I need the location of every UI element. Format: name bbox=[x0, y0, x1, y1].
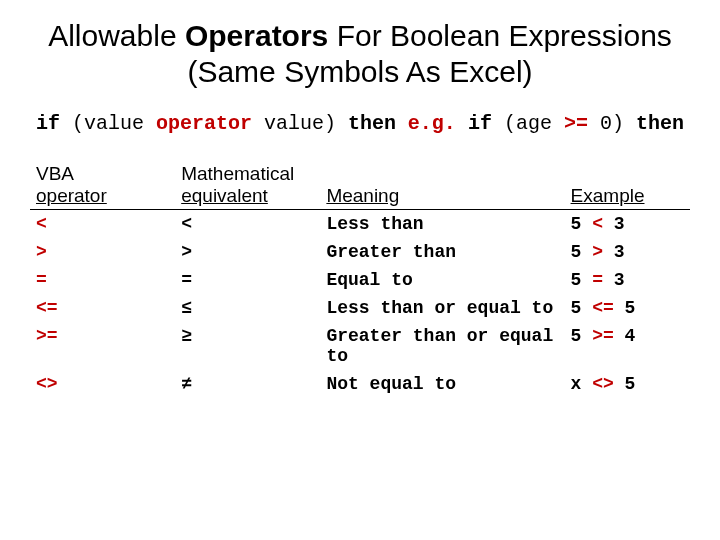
ex-r: 4 bbox=[614, 326, 636, 346]
hdr-meaning-top bbox=[320, 163, 564, 185]
table-row: >= ≥ Greater than or equal to 5 >= 4 bbox=[30, 322, 690, 370]
cell-example: x <> 5 bbox=[565, 370, 690, 398]
eg-rhs: 0) bbox=[588, 112, 624, 135]
cell-meaning: Greater than bbox=[320, 238, 564, 266]
cell-meaning: Equal to bbox=[320, 266, 564, 294]
page-title: Allowable Operators For Boolean Expressi… bbox=[30, 18, 690, 90]
title-line2: (Same Symbols As Excel) bbox=[187, 55, 532, 88]
table-row: = = Equal to 5 = 3 bbox=[30, 266, 690, 294]
cell-meaning: Greater than or equal to bbox=[320, 322, 564, 370]
eg-op: >= bbox=[564, 112, 588, 135]
table-header-row-top: VBA Mathematical bbox=[30, 163, 690, 185]
title-post1: For Boolean Expressions bbox=[328, 19, 672, 52]
slide: Allowable Operators For Boolean Expressi… bbox=[0, 0, 720, 398]
syntax-row: if (value operator value) then e.g. if (… bbox=[36, 112, 684, 135]
cell-example: 5 = 3 bbox=[565, 266, 690, 294]
cell-meaning: Less than or equal to bbox=[320, 294, 564, 322]
cell-example: 5 > 3 bbox=[565, 238, 690, 266]
cell-vba: < bbox=[30, 210, 175, 239]
cell-example: 5 < 3 bbox=[565, 210, 690, 239]
ex-r: 5 bbox=[614, 298, 636, 318]
table-row: <= ≤ Less than or equal to 5 <= 5 bbox=[30, 294, 690, 322]
cell-example: 5 >= 4 bbox=[565, 322, 690, 370]
kw-then: then bbox=[348, 112, 396, 135]
cell-math: ≤ bbox=[175, 294, 320, 322]
ex-r: 5 bbox=[614, 374, 636, 394]
cell-vba: <> bbox=[30, 370, 175, 398]
table-row: > > Greater than 5 > 3 bbox=[30, 238, 690, 266]
title-bold: Operators bbox=[185, 19, 328, 52]
ex-l: 5 bbox=[571, 326, 593, 346]
ex-r: 3 bbox=[603, 270, 625, 290]
ex-l: 5 bbox=[571, 214, 593, 234]
ex-r: 3 bbox=[603, 242, 625, 262]
cell-vba: = bbox=[30, 266, 175, 294]
cell-math: < bbox=[175, 210, 320, 239]
cell-example: 5 <= 5 bbox=[565, 294, 690, 322]
ex-l: 5 bbox=[571, 270, 593, 290]
title-pre: Allowable bbox=[48, 19, 185, 52]
cell-meaning: Not equal to bbox=[320, 370, 564, 398]
cell-meaning: Less than bbox=[320, 210, 564, 239]
cell-math: ≥ bbox=[175, 322, 320, 370]
ex-op: = bbox=[592, 270, 603, 290]
cell-vba: >= bbox=[30, 322, 175, 370]
ex-l: 5 bbox=[571, 242, 593, 262]
hdr-math-top: Mathematical bbox=[175, 163, 320, 185]
ex-op: < bbox=[592, 214, 603, 234]
ex-op: > bbox=[592, 242, 603, 262]
cell-math: > bbox=[175, 238, 320, 266]
cell-math: = bbox=[175, 266, 320, 294]
hdr-example-top bbox=[565, 163, 690, 185]
rhs-val: value) bbox=[252, 112, 336, 135]
lparen: (value bbox=[72, 112, 156, 135]
table-row: < < Less than 5 < 3 bbox=[30, 210, 690, 239]
ex-op: <> bbox=[592, 374, 614, 394]
operator-placeholder: operator bbox=[156, 112, 252, 135]
eg-if: if bbox=[468, 112, 492, 135]
hdr-meaning: Meaning bbox=[320, 185, 564, 210]
ex-l: x bbox=[571, 374, 593, 394]
operators-table: VBA Mathematical operator equivalent Mea… bbox=[30, 163, 690, 398]
table-header-row: operator equivalent Meaning Example bbox=[30, 185, 690, 210]
eg-prefix: e.g. bbox=[408, 112, 456, 135]
ex-op: >= bbox=[592, 326, 614, 346]
eg-lparen: (age bbox=[504, 112, 564, 135]
table-body: < < Less than 5 < 3 > > Greater than 5 >… bbox=[30, 210, 690, 399]
eg-then: then bbox=[636, 112, 684, 135]
syntax-example: e.g. if (age >= 0) then bbox=[408, 112, 684, 135]
hdr-example: Example bbox=[565, 185, 690, 210]
syntax-pattern: if (value operator value) then bbox=[36, 112, 396, 135]
hdr-vba: operator bbox=[30, 185, 175, 210]
hdr-math: equivalent bbox=[175, 185, 320, 210]
ex-op: <= bbox=[592, 298, 614, 318]
table-row: <> ≠ Not equal to x <> 5 bbox=[30, 370, 690, 398]
ex-l: 5 bbox=[571, 298, 593, 318]
kw-if: if bbox=[36, 112, 60, 135]
ex-r: 3 bbox=[603, 214, 625, 234]
cell-math: ≠ bbox=[175, 370, 320, 398]
cell-vba: > bbox=[30, 238, 175, 266]
cell-vba: <= bbox=[30, 294, 175, 322]
hdr-vba-top: VBA bbox=[30, 163, 175, 185]
